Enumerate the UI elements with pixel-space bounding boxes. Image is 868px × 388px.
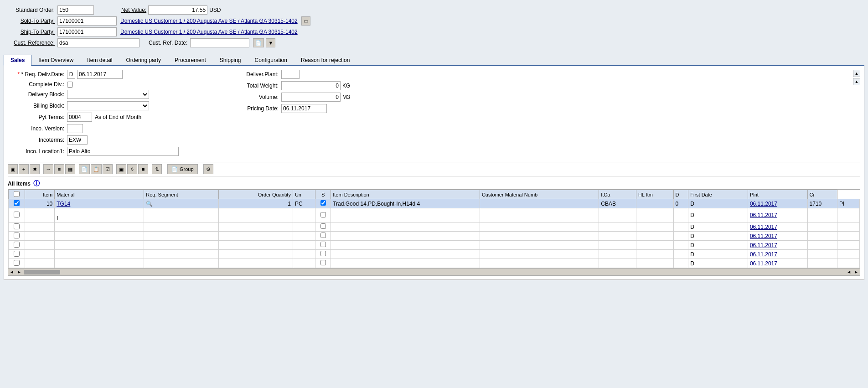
row-first-date[interactable]: 06.11.2017	[748, 199, 807, 208]
v-scroll-left-btn[interactable]: ◄	[845, 269, 852, 274]
row-first-date[interactable]: 06.11.2017	[748, 208, 807, 222]
tab-item-detail[interactable]: Item detail	[80, 55, 119, 65]
row-material[interactable]	[55, 250, 144, 259]
ship-to-party-input[interactable]	[57, 27, 117, 36]
toolbar-btn5[interactable]: ≡	[54, 164, 64, 174]
req-deliv-date-input[interactable]	[77, 70, 123, 79]
toolbar-sort-btn[interactable]: ⇅	[152, 164, 162, 174]
tab-item-overview[interactable]: Item Overview	[31, 55, 80, 65]
collapse-bottom-btn[interactable]: ▲	[853, 78, 860, 85]
header-btn2[interactable]: ▼	[266, 38, 275, 47]
billing-block-select[interactable]	[67, 101, 149, 110]
volume-input[interactable]	[281, 93, 341, 102]
toolbar-select-all[interactable]: ▣	[8, 164, 18, 174]
toolbar-btn4[interactable]: →	[43, 164, 53, 174]
toolbar-btn7[interactable]: 📄	[79, 164, 90, 174]
row-checkbox[interactable]	[14, 260, 20, 266]
standard-order-input[interactable]	[57, 5, 94, 15]
row-s-checkbox[interactable]	[320, 251, 326, 256]
row-s[interactable]	[315, 222, 331, 232]
net-value-input[interactable]	[148, 5, 207, 15]
row-first-date[interactable]: 06.11.2017	[748, 250, 807, 259]
row-s-checkbox[interactable]	[320, 223, 326, 229]
table-row[interactable]: D 06.11.2017	[9, 222, 860, 232]
inco-version-input[interactable]	[67, 124, 83, 133]
h-scroll-right-btn[interactable]: ►	[16, 269, 23, 274]
row-checkbox[interactable]	[14, 200, 20, 206]
tab-reason-rejection[interactable]: Reason for rejection	[294, 55, 356, 65]
toolbar-add[interactable]: +	[19, 164, 29, 174]
h-scroll-thumb[interactable]	[24, 270, 60, 274]
toolbar-btn10[interactable]: ▣	[116, 164, 126, 174]
row-material[interactable]: L	[55, 208, 144, 222]
toolbar-delete[interactable]: ✖	[30, 164, 40, 174]
row-material[interactable]	[55, 241, 144, 250]
ship-to-address[interactable]: Domestic US Customer 1 / 200 Augusta Ave…	[120, 29, 298, 35]
toolbar-btn6[interactable]: ▦	[65, 164, 75, 174]
row-checkbox-cell[interactable]	[9, 222, 25, 232]
row-checkbox-cell[interactable]	[9, 241, 25, 250]
row-material[interactable]	[55, 222, 144, 232]
row-s[interactable]	[315, 232, 331, 241]
toolbar-btn8[interactable]: 📋	[91, 164, 102, 174]
row-checkbox-cell[interactable]	[9, 199, 25, 208]
row-s[interactable]	[315, 208, 331, 222]
delivery-block-select[interactable]	[67, 90, 149, 99]
row-checkbox-cell[interactable]	[9, 259, 25, 268]
table-row[interactable]: L D 06.11.2017	[9, 208, 860, 222]
collapse-top-btn[interactable]: ▲	[853, 70, 860, 77]
toolbar-btn9[interactable]: ☑	[103, 164, 113, 174]
row-checkbox[interactable]	[14, 242, 20, 248]
h-scroll-left-btn[interactable]: ◄	[8, 269, 16, 274]
total-weight-input[interactable]	[281, 81, 341, 90]
pyt-terms-input[interactable]	[67, 113, 92, 122]
info-icon[interactable]: ⓘ	[33, 180, 40, 188]
row-checkbox[interactable]	[14, 212, 20, 217]
row-material[interactable]: TG14	[55, 199, 144, 208]
row-material[interactable]	[55, 259, 144, 268]
row-s[interactable]	[315, 259, 331, 268]
select-all-checkbox[interactable]	[14, 191, 20, 197]
row-checkbox-cell[interactable]	[9, 232, 25, 241]
sold-to-copy-btn[interactable]: ▭	[301, 16, 310, 26]
row-first-date[interactable]: 06.11.2017	[748, 259, 807, 268]
v-scroll-right-btn[interactable]: ►	[852, 269, 860, 274]
row-checkbox-cell[interactable]	[9, 250, 25, 259]
tab-shipping[interactable]: Shipping	[213, 55, 248, 65]
row-checkbox[interactable]	[14, 251, 20, 257]
row-s-checkbox[interactable]	[320, 200, 326, 206]
row-s-checkbox[interactable]	[320, 212, 326, 217]
inco-location1-input[interactable]	[67, 147, 179, 156]
incoterms-input[interactable]	[67, 135, 88, 145]
tab-procurement[interactable]: Procurement	[168, 55, 213, 65]
row-s[interactable]	[315, 199, 331, 208]
table-row[interactable]: D 06.11.2017	[9, 232, 860, 241]
table-row[interactable]: D 06.11.2017	[9, 250, 860, 259]
toolbar-btn12[interactable]: ■	[138, 164, 148, 174]
tab-ordering-party[interactable]: Ordering party	[119, 55, 168, 65]
row-s-checkbox[interactable]	[320, 260, 326, 265]
toolbar-settings-btn[interactable]: ⚙	[203, 164, 213, 174]
row-first-date[interactable]: 06.11.2017	[748, 241, 807, 250]
deliver-plant-input[interactable]	[281, 70, 300, 79]
tab-sales[interactable]: Sales	[4, 55, 31, 66]
row-checkbox-cell[interactable]	[9, 208, 25, 222]
row-checkbox[interactable]	[14, 233, 20, 238]
row-s-checkbox[interactable]	[320, 242, 326, 247]
toolbar-group-btn[interactable]: 📄 Group	[167, 164, 198, 174]
row-material[interactable]	[55, 232, 144, 241]
row-first-date[interactable]: 06.11.2017	[748, 222, 807, 232]
tab-configuration[interactable]: Configuration	[248, 55, 294, 65]
toolbar-btn11[interactable]: ◊	[127, 164, 137, 174]
complete-div-checkbox[interactable]	[67, 82, 73, 88]
row-checkbox[interactable]	[14, 223, 20, 229]
row-s-checkbox[interactable]	[320, 233, 326, 238]
table-row[interactable]: D 06.11.2017	[9, 241, 860, 250]
cust-ref-input[interactable]	[57, 38, 140, 47]
row-s[interactable]	[315, 241, 331, 250]
sold-to-party-input[interactable]	[57, 16, 117, 26]
header-btn1[interactable]: 📄	[253, 38, 264, 47]
req-deliv-d-input[interactable]	[67, 70, 75, 79]
cust-ref-date-input[interactable]	[190, 38, 249, 47]
table-row[interactable]: 10 TG14 🔍 1 PC Trad.Good 14,PD,Bought-In…	[9, 199, 860, 208]
